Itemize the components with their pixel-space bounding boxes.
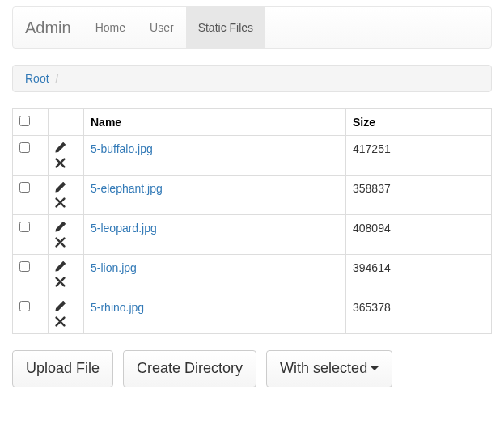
nav-list: HomeUserStatic Files [83, 7, 265, 48]
chevron-down-icon [371, 366, 379, 370]
upload-file-button[interactable]: Upload File [12, 350, 113, 387]
table-row: 5-leopard.jpg408094 [13, 215, 492, 255]
pencil-icon[interactable] [55, 182, 66, 193]
row-checkbox-cell [13, 136, 49, 176]
file-link[interactable]: 5-elephant.jpg [91, 182, 163, 195]
row-checkbox-cell [13, 215, 49, 255]
row-name-cell: 5-rhino.jpg [84, 294, 346, 334]
select-all-checkbox[interactable] [19, 116, 30, 126]
create-directory-button[interactable]: Create Directory [123, 350, 256, 387]
row-checkbox-cell [13, 255, 49, 294]
with-selected-button[interactable]: With selected [266, 350, 392, 387]
nav-item-home[interactable]: Home [83, 7, 138, 48]
breadcrumb-root-link[interactable]: Root [25, 72, 49, 85]
row-name-cell: 5-leopard.jpg [84, 215, 346, 255]
header-checkbox-cell [13, 109, 49, 136]
table-header-row: Name Size [13, 109, 492, 136]
breadcrumb-separator: / [49, 72, 63, 85]
with-selected-label: With selected [280, 359, 367, 379]
x-icon[interactable] [55, 237, 66, 248]
header-size: Size [346, 109, 492, 136]
row-checkbox[interactable] [19, 222, 30, 232]
table-row: 5-lion.jpg394614 [13, 255, 492, 294]
row-checkbox[interactable] [19, 182, 30, 193]
row-actions-cell [49, 176, 84, 215]
row-checkbox-cell [13, 176, 49, 215]
table-row: 5-rhino.jpg365378 [13, 294, 492, 334]
x-icon[interactable] [55, 158, 66, 168]
row-checkbox[interactable] [19, 261, 30, 272]
file-link[interactable]: 5-rhino.jpg [91, 301, 144, 314]
row-checkbox[interactable] [19, 142, 30, 153]
row-size-cell: 394614 [346, 255, 492, 294]
row-size-cell: 408094 [346, 215, 492, 255]
file-link[interactable]: 5-lion.jpg [91, 261, 137, 274]
breadcrumb-item: Root [25, 72, 49, 85]
nav-item-user[interactable]: User [138, 7, 186, 48]
row-checkbox-cell [13, 294, 49, 334]
brand: Admin [25, 7, 83, 48]
breadcrumb: Root / [12, 65, 492, 92]
nav-item-static-files[interactable]: Static Files [186, 7, 265, 48]
file-table: Name Size 5-buffalo.jpg4172515-elephant.… [12, 108, 492, 334]
row-size-cell: 365378 [346, 294, 492, 334]
row-actions-cell [49, 136, 84, 176]
row-actions-cell [49, 215, 84, 255]
row-checkbox[interactable] [19, 301, 30, 311]
pencil-icon[interactable] [55, 261, 66, 272]
x-icon[interactable] [55, 277, 66, 287]
row-actions-cell [49, 294, 84, 334]
header-name: Name [84, 109, 346, 136]
pencil-icon[interactable] [55, 301, 66, 311]
x-icon[interactable] [55, 197, 66, 208]
table-row: 5-buffalo.jpg417251 [13, 136, 492, 176]
table-row: 5-elephant.jpg358837 [13, 176, 492, 215]
row-size-cell: 358837 [346, 176, 492, 215]
pencil-icon[interactable] [55, 222, 66, 232]
row-actions-cell [49, 255, 84, 294]
row-name-cell: 5-elephant.jpg [84, 176, 346, 215]
row-size-cell: 417251 [346, 136, 492, 176]
x-icon[interactable] [55, 316, 66, 327]
row-name-cell: 5-lion.jpg [84, 255, 346, 294]
file-link[interactable]: 5-buffalo.jpg [91, 142, 153, 155]
navbar: Admin HomeUserStatic Files [12, 6, 492, 49]
row-name-cell: 5-buffalo.jpg [84, 136, 346, 176]
header-actions-cell [49, 109, 84, 136]
pencil-icon[interactable] [55, 142, 66, 153]
file-link[interactable]: 5-leopard.jpg [91, 222, 157, 235]
action-buttons: Upload File Create Directory With select… [12, 350, 492, 387]
